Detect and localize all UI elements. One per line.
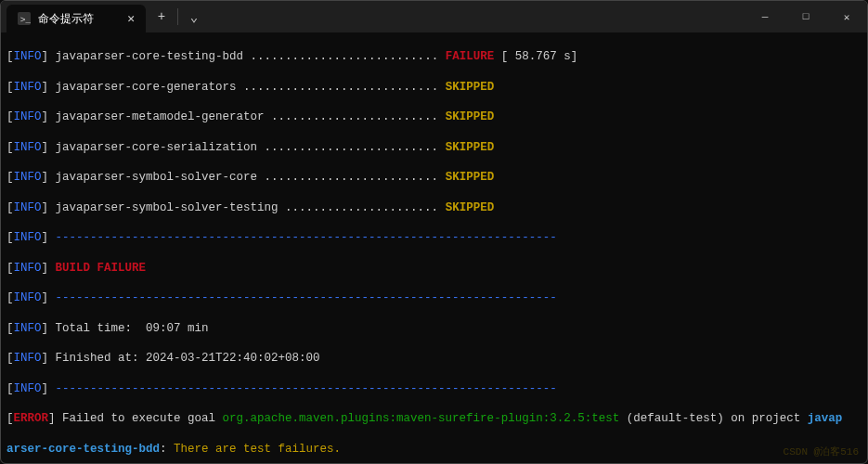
output-line: [INFO] Finished at: 2024-03-21T22:40:02+… [6,351,862,366]
close-button[interactable]: ✕ [826,1,867,32]
minimize-button[interactable]: — [745,1,785,32]
output-line: [INFO] ---------------------------------… [6,290,862,305]
output-line: [INFO] ---------------------------------… [6,230,862,245]
output-line: arser-core-testing-bdd: There are test f… [6,442,862,457]
tab-command-prompt[interactable]: >_ 命令提示符 ✕ [6,5,146,32]
output-line: [INFO] javaparser-symbol-solver-core ...… [6,170,862,185]
output-line: [INFO] javaparser-symbol-solver-testing … [6,200,862,215]
titlebar: >_ 命令提示符 ✕ + ⌄ — □ ✕ [1,1,867,32]
output-line: [INFO] BUILD FAILURE [6,261,862,276]
maximize-button[interactable]: □ [785,1,826,32]
output-line: [ERROR] Failed to execute goal org.apach… [6,411,862,426]
tab-dropdown-button[interactable]: ⌄ [178,1,210,32]
output-line: [INFO] javaparser-core-generators ......… [6,80,862,95]
output-line: [INFO] ---------------------------------… [6,381,862,396]
cmd-icon: >_ [18,12,31,25]
output-line: [INFO] javaparser-metamodel-generator ..… [6,110,862,124]
new-tab-button[interactable]: + [146,1,177,32]
output-line: [INFO] Total time: 09:07 min [6,321,862,336]
output-line: [INFO] javaparser-core-serialization ...… [6,140,862,155]
window-controls: — □ ✕ [745,1,867,32]
svg-text:>_: >_ [20,15,31,25]
tab-close-button[interactable]: ✕ [127,11,135,26]
output-line: [INFO] javaparser-core-testing-bdd .....… [6,49,862,64]
terminal-output[interactable]: [INFO] javaparser-core-testing-bdd .....… [1,32,867,464]
tab-title: 命令提示符 [38,11,94,27]
